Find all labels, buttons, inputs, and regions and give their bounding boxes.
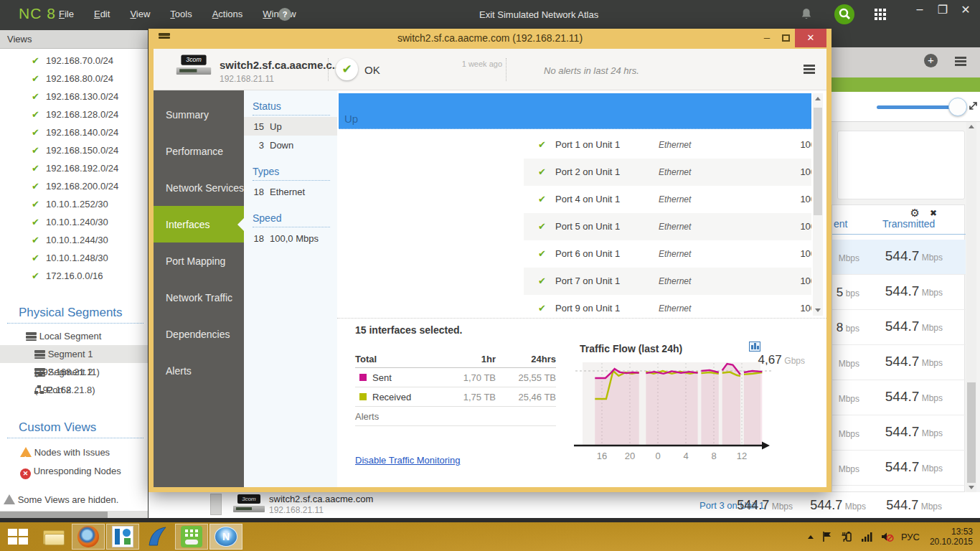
table-row[interactable]: ✔ Port 9 on Unit 1Ethernet 100,0 Mb... 9… [524,295,811,318]
tab-performance[interactable]: Performance [154,133,244,169]
view-item[interactable]: ✔172.16.0.0/16 [0,267,148,285]
app-close-button[interactable]: ✕ [956,3,976,17]
sidebar-item-segment-2[interactable]: Segment 2 (192.168.21.8) [0,363,148,381]
table-row[interactable]: ✔ Port 2 on Unit 1Ethernet 100,0 Mb... 7… [524,159,811,186]
view-item[interactable]: ✔10.10.1.244/30 [0,231,148,249]
network-signal-icon[interactable] [861,531,874,542]
view-item[interactable]: ✔192.168.130.0/24 [0,88,148,105]
table-row[interactable]: 5 bps 544.7 Mbps [832,275,966,310]
scroll-up-icon[interactable] [815,97,821,100]
table-row[interactable]: Mbps 544.7 Mbps [832,380,966,415]
app-minimize-button[interactable]: – [910,3,930,16]
background-footer-row[interactable]: 3com switch2.sf.ca.aacme.com 192.168.21.… [149,492,980,518]
table-row[interactable]: Mbps 544.7 Mbps [832,415,966,451]
sidebar-item-nodes-with-issues[interactable]: ! Nodes with Issues [0,443,148,461]
menu-edit[interactable]: Edit [94,9,110,19]
scroll-down-icon[interactable] [815,309,821,312]
table-row[interactable]: ✔ Port 5 on Unit 1Ethernet 100,0 Mb... 9… [524,213,811,240]
tab-summary[interactable]: Summary [154,96,244,133]
zoom-slider[interactable] [877,105,960,109]
chart-x-tick: 12 [737,451,747,461]
sidebar-item-local-segment[interactable]: Local Segment [0,327,148,345]
view-item[interactable]: ✔192.168.192.0/24 [0,159,148,177]
menu-view[interactable]: View [130,9,150,19]
table-row[interactable]: ✔ Port 6 on Unit 1Ethernet 100,0 Mb... 5… [524,240,811,268]
language-indicator[interactable]: РУС [901,532,920,542]
view-item[interactable]: ✔10.10.1.248/30 [0,249,148,267]
view-item[interactable]: ✔192.168.80.0/24 [0,70,148,88]
dialog-titlebar[interactable]: switch2.sf.ca.aacme.com (192.168.21.11) … [149,29,831,49]
sidebar-item-segment-1[interactable]: Segment 1 (192.168.21.11) [0,345,148,363]
column-header-transmitted[interactable]: Transmitted [882,218,935,230]
volume-muted-icon[interactable] [881,531,894,542]
tab-port-mapping[interactable]: Port Mapping [154,242,244,279]
apps-grid-icon[interactable] [875,9,877,11]
notifications-bell-icon[interactable] [799,7,814,24]
view-item[interactable]: ✔192.168.128.0/24 [0,105,148,123]
taskbar-remote-app[interactable] [175,524,208,550]
table-scrollbar[interactable] [813,93,823,316]
sidebar-item-port-2[interactable]: Port 2 [0,381,148,399]
start-button[interactable] [1,524,34,550]
view-item[interactable]: ✔192.168.200.0/24 [0,177,148,195]
menu-tools[interactable]: Tools [170,9,192,19]
filter-status-up[interactable]: 15Up [244,117,337,136]
taskbar-firefox[interactable] [72,524,105,550]
chart-icon[interactable] [749,342,760,352]
filter-status-down[interactable]: 3Down [244,136,337,154]
menu-file[interactable]: File [59,9,74,19]
table-row[interactable]: Mbps 544.7 Mbps [832,345,966,380]
expand-icon[interactable] [968,100,979,111]
table-row[interactable]: ✔ Port 1 on Unit 1Ethernet 100,0 Mb... 5… [524,131,811,159]
dialog-minimize-button[interactable]: – [758,31,776,47]
sidebar-item-unresponding-nodes[interactable]: ✕ Unresponding Nodes [0,462,148,480]
view-item[interactable]: ✔192.168.140.0/24 [0,123,148,141]
table-row[interactable]: ✔ Port 7 on Unit 1Ethernet 100,0 Mb... 5… [524,268,811,295]
view-item[interactable]: ✔10.10.1.252/30 [0,195,148,213]
taskbar-wireshark[interactable] [141,524,174,550]
taskbar-netcrunch[interactable]: N [209,524,242,550]
view-item[interactable]: ✔192.168.70.0/24 [0,52,148,70]
add-icon[interactable]: + [924,54,938,67]
tab-network-traffic[interactable]: Network Traffic [154,279,244,316]
background-vertical-scrollbar[interactable] [966,122,976,492]
power-icon[interactable] [841,531,854,542]
menu-icon[interactable] [804,65,815,75]
scroll-up-icon[interactable] [969,125,974,128]
taskbar-file-explorer[interactable] [37,524,70,550]
status-up-icon: ✔ [538,139,546,150]
taskbar-office-app[interactable] [106,524,139,550]
tab-dependencies[interactable]: Dependencies [154,316,244,352]
view-item[interactable]: ✔192.168.150.0/24 [0,141,148,159]
view-item[interactable]: ✔10.10.1.240/30 [0,213,148,231]
scrollbar-thumb[interactable] [967,382,976,483]
tab-network-services[interactable]: Network Services [154,169,244,206]
dialog-close-button[interactable]: ✕ [795,29,826,47]
help-icon[interactable]: ? [278,8,291,21]
menu-actions[interactable]: Actions [212,9,243,19]
table-row[interactable]: Mbps 544.7 Mbps [832,451,966,486]
search-icon[interactable] [834,4,854,24]
close-icon[interactable]: ✖ [930,208,937,218]
table-row[interactable]: ✔ Port 4 on Unit 1Ethernet 100,0 Mb... 5… [524,186,811,213]
menu-icon[interactable] [955,57,966,67]
table-row[interactable]: 8 bps 544.7 Mbps [832,310,966,345]
slider-handle[interactable] [948,98,967,116]
show-hidden-icons[interactable] [808,535,814,539]
tab-alerts[interactable]: Alerts [154,352,244,389]
column-header-sent-fragment[interactable]: ent [834,218,847,230]
scrollbar-fragment[interactable] [210,494,222,515]
scroll-down-icon[interactable] [969,486,974,489]
app-restore-button[interactable]: ❐ [933,3,953,17]
clock[interactable]: 13:53 20.10.2015 [930,527,973,547]
table-row[interactable]: Mbps 544.7 Mbps [832,240,966,275]
action-center-flag-icon[interactable] [821,531,834,542]
dialog-maximize-button[interactable] [777,31,794,47]
scrollbar-thumb[interactable] [814,108,822,215]
check-icon: ✔ [32,105,39,123]
app-logo: NC 8 [19,5,56,22]
filter-type-ethernet[interactable]: 18Ethernet [244,182,337,201]
tab-interfaces[interactable]: Interfaces [154,206,244,242]
filter-speed-100mbps[interactable]: 18100,0 Mbps [244,229,337,248]
disable-traffic-monitoring-link[interactable]: Disable Traffic Monitoring [355,455,460,466]
